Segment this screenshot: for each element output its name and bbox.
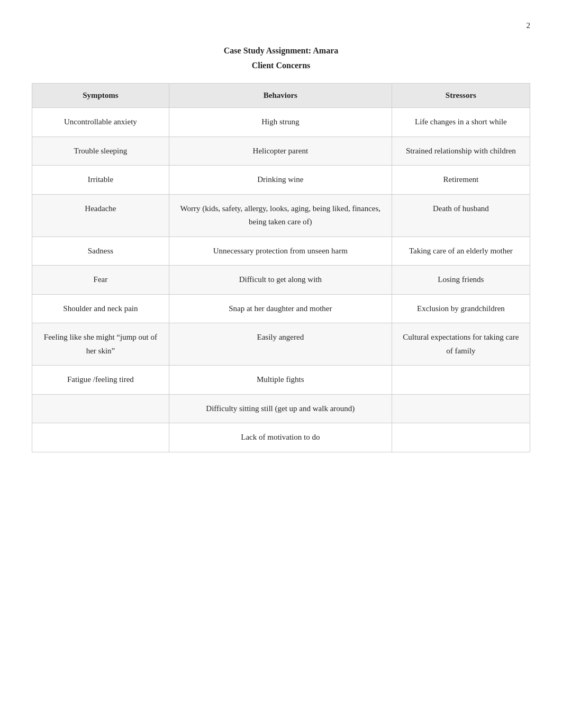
table-row: HeadacheWorry (kids, safety, allergy, lo… <box>32 194 530 236</box>
cell-symptoms: Shoulder and neck pain <box>32 294 169 323</box>
main-title: Case Study Assignment: Amara <box>32 46 530 56</box>
cell-behaviors: Lack of motivation to do <box>169 423 392 452</box>
cell-stressors <box>392 394 530 423</box>
cell-stressors: Losing friends <box>392 266 530 295</box>
cell-stressors: Cultural expectations for taking care of… <box>392 323 530 366</box>
cell-symptoms: Sadness <box>32 236 169 266</box>
header-behaviors: Behaviors <box>169 84 392 108</box>
cell-stressors: Taking care of an elderly mother <box>392 236 530 266</box>
client-concerns-table: Symptoms Behaviors Stressors Uncontrolla… <box>32 83 530 452</box>
cell-behaviors: Easily angered <box>169 323 392 366</box>
table-row: IrritableDrinking wineRetirement <box>32 166 530 195</box>
cell-stressors: Death of husband <box>392 194 530 236</box>
cell-stressors <box>392 423 530 452</box>
cell-behaviors: Worry (kids, safety, allergy, looks, agi… <box>169 194 392 236</box>
cell-behaviors: High strung <box>169 108 392 137</box>
cell-behaviors: Drinking wine <box>169 166 392 195</box>
cell-stressors: Life changes in a short while <box>392 108 530 137</box>
cell-symptoms: Feeling like she might “jump out of her … <box>32 323 169 366</box>
cell-behaviors: Snap at her daughter and mother <box>169 294 392 323</box>
table-row: Feeling like she might “jump out of her … <box>32 323 530 366</box>
cell-symptoms: Trouble sleeping <box>32 136 169 166</box>
table-row: Fatigue /feeling tiredMultiple fights <box>32 366 530 395</box>
table-row: FearDifficult to get along withLosing fr… <box>32 266 530 295</box>
cell-stressors: Exclusion by grandchildren <box>392 294 530 323</box>
header-symptoms: Symptoms <box>32 84 169 108</box>
table-row: Lack of motivation to do <box>32 423 530 452</box>
cell-behaviors: Multiple fights <box>169 366 392 395</box>
table-row: Uncontrollable anxietyHigh strungLife ch… <box>32 108 530 137</box>
cell-behaviors: Difficult to get along with <box>169 266 392 295</box>
header-stressors: Stressors <box>392 84 530 108</box>
cell-symptoms <box>32 394 169 423</box>
cell-stressors <box>392 366 530 395</box>
cell-symptoms: Irritable <box>32 166 169 195</box>
cell-behaviors: Helicopter parent <box>169 136 392 166</box>
cell-stressors: Retirement <box>392 166 530 195</box>
sub-title: Client Concerns <box>32 61 530 70</box>
table-header-row: Symptoms Behaviors Stressors <box>32 84 530 108</box>
cell-behaviors: Difficulty sitting still (get up and wal… <box>169 394 392 423</box>
table-row: Shoulder and neck painSnap at her daught… <box>32 294 530 323</box>
cell-symptoms: Fear <box>32 266 169 295</box>
cell-behaviors: Unnecessary protection from unseen harm <box>169 236 392 266</box>
table-row: SadnessUnnecessary protection from unsee… <box>32 236 530 266</box>
table-row: Difficulty sitting still (get up and wal… <box>32 394 530 423</box>
cell-symptoms: Uncontrollable anxiety <box>32 108 169 137</box>
cell-symptoms: Fatigue /feeling tired <box>32 366 169 395</box>
table-row: Trouble sleepingHelicopter parentStraine… <box>32 136 530 166</box>
cell-symptoms <box>32 423 169 452</box>
cell-stressors: Strained relationship with children <box>392 136 530 166</box>
page-number: 2 <box>32 21 530 30</box>
cell-symptoms: Headache <box>32 194 169 236</box>
